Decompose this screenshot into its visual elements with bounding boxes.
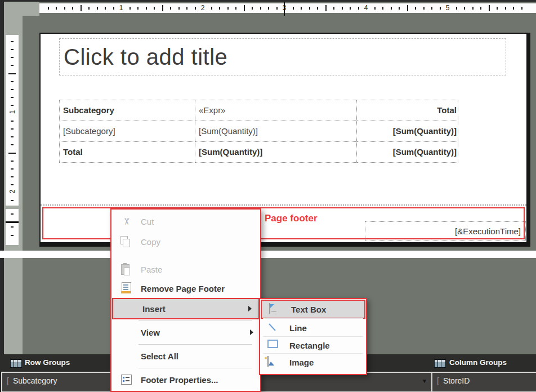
submenu-item-rectangle[interactable]: Rectangle xyxy=(260,337,366,354)
chevron-down-icon[interactable]: ▼ xyxy=(422,373,427,389)
submenu-item-line[interactable]: Line xyxy=(260,319,366,336)
top-edge xyxy=(0,0,536,2)
vertical-ruler: 12 xyxy=(6,35,19,245)
submenu-item-label: Image xyxy=(289,358,314,367)
image-icon: ✦ xyxy=(267,357,282,368)
text-box-icon xyxy=(269,304,284,315)
page-footer-annotation-label: Page footer xyxy=(265,213,318,224)
context-menu: ✂ Cut Copy Paste Remove Page Footer Inse… xyxy=(110,208,261,392)
tablix-total-sum-quantity[interactable]: [Sum(Quantity)] xyxy=(195,142,357,163)
submenu-item-label: Rectangle xyxy=(289,341,330,350)
menu-item-remove-page-footer[interactable]: Remove Page Footer xyxy=(111,279,260,297)
remove-page-footer-icon xyxy=(119,283,133,294)
report-designer: 12345 12 Click to add title Subcategory … xyxy=(0,0,536,392)
column-group-item-storeid[interactable]: [StoreID xyxy=(431,372,536,392)
insert-submenu: Text Box Line Rectangle ✦ Image xyxy=(259,298,367,375)
copy-icon xyxy=(119,236,133,247)
column-groups-icon xyxy=(434,359,446,368)
menu-item-copy[interactable]: Copy xyxy=(111,232,260,251)
row-group-name: Subcategory xyxy=(13,376,57,385)
menu-separator xyxy=(139,320,252,320)
submenu-arrow-icon xyxy=(250,329,253,335)
tablix-total-grand[interactable]: [Sum(Quantity)] xyxy=(357,142,458,163)
menu-item-label: Remove Page Footer xyxy=(141,284,225,293)
horizontal-ruler: 12345 xyxy=(39,3,536,13)
ruler-section-gap xyxy=(6,206,19,209)
group-bracket: [ xyxy=(437,376,439,385)
ruler-corner xyxy=(4,2,39,16)
tablix: Subcategory «Expr» Total [Subcategory] [… xyxy=(59,100,458,163)
surface-divider-band xyxy=(0,251,536,258)
cut-icon: ✂ xyxy=(120,214,132,229)
submenu-arrow-icon xyxy=(248,306,252,311)
tablix-header-expr[interactable]: «Expr» xyxy=(195,100,357,121)
menu-item-insert[interactable]: Insert xyxy=(112,298,260,319)
menu-separator xyxy=(139,368,252,368)
submenu-item-label: Line xyxy=(289,323,307,332)
submenu-item-image[interactable]: ✦ Image xyxy=(260,354,366,371)
rectangle-icon xyxy=(267,340,282,351)
menu-item-paste[interactable]: Paste xyxy=(111,260,260,278)
ruler-footer-boundary xyxy=(6,221,19,223)
cursor-position-line xyxy=(284,2,285,16)
submenu-item-label: Text Box xyxy=(291,305,326,314)
paste-icon xyxy=(119,264,133,275)
line-icon xyxy=(267,322,282,333)
group-bracket: [ xyxy=(7,376,9,385)
tablix-cell-sum-quantity-total[interactable]: [Sum(Quantity)] xyxy=(357,121,458,142)
submenu-item-text-box[interactable]: Text Box xyxy=(261,300,365,319)
menu-item-select-all[interactable]: Select All xyxy=(111,346,260,365)
menu-item-cut[interactable]: ✂ Cut xyxy=(111,212,260,231)
tablix-cell-sum-quantity[interactable]: [Sum(Quantity)] xyxy=(195,121,357,142)
menu-item-label: Select All xyxy=(141,351,178,360)
tablix-header-total[interactable]: Total xyxy=(357,100,458,121)
menu-item-footer-properties[interactable]: Footer Properties... xyxy=(111,370,260,389)
menu-item-label: View xyxy=(141,327,160,337)
footer-properties-icon xyxy=(119,374,133,385)
tablix-header-subcategory[interactable]: Subcategory xyxy=(60,100,195,121)
title-placeholder[interactable]: Click to add title xyxy=(59,38,506,75)
page-footer-separator xyxy=(41,204,526,206)
row-groups-title: Row Groups xyxy=(25,358,70,367)
tablix-total-label[interactable]: Total xyxy=(60,142,195,163)
tablix-cell-subcategory[interactable]: [Subcategory] xyxy=(60,121,195,142)
menu-item-label: Footer Properties... xyxy=(141,375,218,384)
column-groups-title: Column Groups xyxy=(449,358,507,367)
menu-item-label: Paste xyxy=(141,265,162,274)
left-edge xyxy=(0,0,4,392)
column-group-name: StoreID xyxy=(443,376,470,385)
menu-item-label: Insert xyxy=(142,304,166,314)
menu-item-label: Copy xyxy=(141,237,160,247)
menu-separator xyxy=(139,344,252,345)
row-groups-icon xyxy=(10,359,22,368)
menu-item-view[interactable]: View xyxy=(111,323,260,341)
menu-item-label: Cut xyxy=(141,217,154,226)
